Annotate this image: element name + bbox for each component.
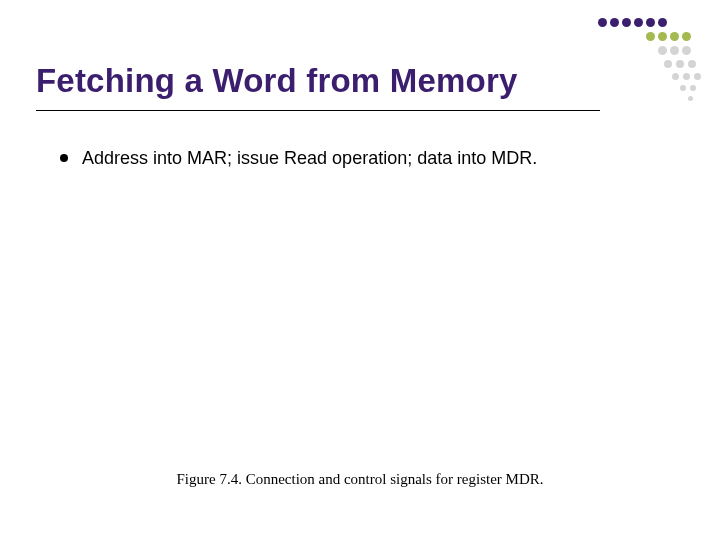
- decoration-dot: [658, 46, 667, 55]
- decoration-dot: [670, 46, 679, 55]
- bullet-text: Address into MAR; issue Read operation; …: [82, 148, 537, 169]
- slide-title-wrap: Fetching a Word from Memory: [36, 62, 684, 100]
- decoration-dot: [694, 73, 701, 80]
- decoration-dot: [622, 18, 631, 27]
- bullet-item: Address into MAR; issue Read operation; …: [60, 148, 680, 169]
- decoration-dot: [682, 32, 691, 41]
- slide-title: Fetching a Word from Memory: [36, 62, 684, 100]
- title-underline: [36, 110, 600, 111]
- decoration-dot: [658, 18, 667, 27]
- decoration-dot: [646, 18, 655, 27]
- decoration-dot: [670, 32, 679, 41]
- decoration-dot: [634, 18, 643, 27]
- bullet-icon: [60, 154, 68, 162]
- decoration-dot: [688, 96, 693, 101]
- decoration-dot: [610, 18, 619, 27]
- decoration-dot: [683, 73, 690, 80]
- decoration-dot: [690, 85, 696, 91]
- decoration-dot: [688, 60, 696, 68]
- decoration-dot: [646, 32, 655, 41]
- decoration-dot: [658, 32, 667, 41]
- decoration-dot: [598, 18, 607, 27]
- figure-caption: Figure 7.4. Connection and control signa…: [0, 471, 720, 488]
- decoration-dot: [682, 46, 691, 55]
